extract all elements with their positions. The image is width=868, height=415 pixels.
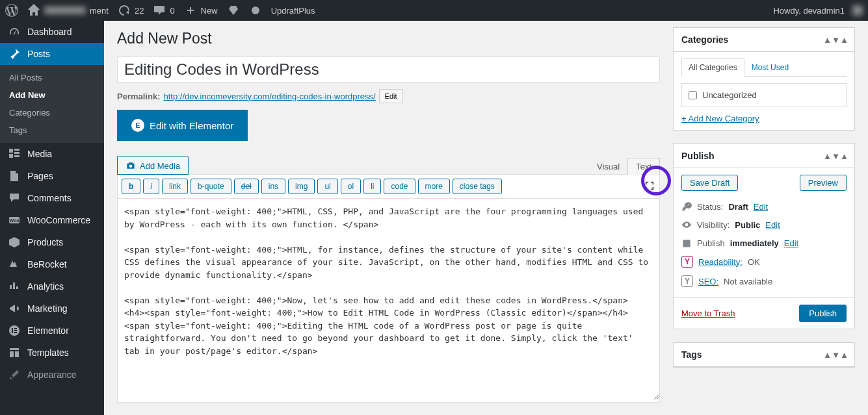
edit-visibility-link[interactable]: Edit — [765, 220, 780, 230]
publish-button[interactable]: Publish — [799, 305, 847, 322]
sidebar-label: Templates — [27, 347, 69, 358]
site-home[interactable]: Site Developmentment — [27, 0, 109, 21]
eye-icon — [681, 220, 692, 230]
visibility-label: Visibility: — [697, 220, 730, 230]
add-media-button[interactable]: Add Media — [117, 157, 189, 175]
submenu-categories[interactable]: Categories — [0, 104, 104, 121]
updates[interactable]: 22 — [118, 0, 144, 21]
panel-up-icon[interactable]: ▴ — [825, 349, 830, 360]
sidebar-label: Elementor — [27, 325, 69, 336]
panel-up-icon[interactable]: ▴ — [825, 151, 830, 161]
sidebar-item-dashboard[interactable]: Dashboard — [0, 21, 104, 43]
publish-title: Publish — [681, 151, 715, 161]
qt-more[interactable]: more — [418, 179, 450, 194]
panel-toggle-icon[interactable]: ▴ — [842, 151, 847, 161]
add-media-label: Add Media — [140, 161, 180, 171]
category-list: Uncategorized — [681, 83, 847, 107]
permalink-link[interactable]: http://dev.incomeversity.com/editing-cod… — [163, 92, 375, 101]
sidebar-item-posts[interactable]: Posts — [0, 43, 104, 65]
editor-tabs: Visual Text — [589, 158, 660, 175]
move-to-trash-link[interactable]: Move to Trash — [681, 308, 735, 318]
updates-count: 22 — [135, 6, 144, 16]
add-new-category-link[interactable]: + Add New Category — [681, 114, 759, 123]
qt-code[interactable]: code — [384, 179, 415, 194]
submenu-tags[interactable]: Tags — [0, 121, 104, 139]
sidebar-item-comments[interactable]: Comments — [0, 187, 104, 209]
sidebar-item-analytics[interactable]: Analytics — [0, 275, 104, 297]
pin-icon — [8, 47, 21, 60]
tab-visual[interactable]: Visual — [588, 158, 628, 175]
edit-publish-link[interactable]: Edit — [784, 238, 798, 248]
status-value: Draft — [728, 202, 748, 212]
seo-label[interactable]: SEO: — [698, 277, 718, 286]
permalink-row: Permalink: http://dev.incomeversity.com/… — [117, 89, 660, 103]
yoast-bar[interactable] — [227, 0, 240, 21]
wp-logo[interactable] — [5, 0, 18, 21]
sidebar-label: Posts — [27, 49, 50, 59]
submenu-all-posts[interactable]: All Posts — [0, 69, 104, 86]
edit-status-link[interactable]: Edit — [754, 202, 768, 212]
category-uncategorized[interactable]: Uncategorized — [689, 90, 839, 100]
categories-panel: Categories ▴▾▴ All Categories Most Used … — [673, 27, 855, 131]
site-name-blurred — [44, 6, 86, 14]
yoast-seo-icon: Y — [681, 275, 693, 287]
qt-bold[interactable]: b — [122, 179, 140, 194]
qt-bquote[interactable]: b-quote — [191, 179, 231, 194]
sidebar-item-appearance[interactable]: Appearance — [0, 364, 104, 386]
qt-close-tags[interactable]: close tags — [453, 179, 502, 194]
posts-submenu: All Posts Add New Categories Tags — [0, 65, 104, 143]
templates-icon — [8, 346, 21, 359]
qt-ul[interactable]: ul — [317, 179, 337, 194]
panel-toggle-icon[interactable]: ▴ — [842, 34, 847, 45]
sidebar-label: Comments — [27, 193, 72, 203]
tab-most-used[interactable]: Most Used — [744, 58, 796, 76]
new-label: New — [201, 6, 218, 16]
sidebar-item-berocket[interactable]: BeRocket — [0, 253, 104, 275]
qt-img[interactable]: img — [288, 179, 315, 194]
status-circle[interactable] — [249, 0, 262, 21]
qt-li[interactable]: li — [363, 179, 381, 194]
post-content-textarea[interactable] — [118, 199, 659, 400]
sidebar-item-pages[interactable]: Pages — [0, 165, 104, 187]
sidebar-item-media[interactable]: Media — [0, 143, 104, 165]
sidebar-label: Products — [27, 237, 63, 247]
post-title-input[interactable] — [117, 57, 660, 82]
sidebar-label: BeRocket — [27, 259, 67, 270]
sidebar-label: Marketing — [27, 303, 67, 314]
svg-rect-4 — [12, 328, 13, 333]
tab-all-categories[interactable]: All Categories — [681, 58, 744, 77]
sidebar-item-woocommerce[interactable]: WooWooCommerce — [0, 209, 104, 231]
sidebar-item-marketing[interactable]: Marketing — [0, 297, 104, 320]
qt-ins[interactable]: ins — [261, 179, 285, 194]
howdy-user[interactable]: Howdy, devadmin1 — [773, 0, 863, 21]
fullscreen-button[interactable] — [644, 180, 655, 194]
sidebar-item-products[interactable]: Products — [0, 231, 104, 253]
qt-link[interactable]: link — [162, 179, 188, 194]
comment-icon — [8, 192, 21, 205]
sidebar-item-templates[interactable]: Templates — [0, 342, 104, 364]
save-draft-button[interactable]: Save Draft — [681, 175, 738, 191]
tab-text[interactable]: Text — [627, 158, 660, 175]
qt-italic[interactable]: i — [143, 179, 159, 194]
qt-del[interactable]: del — [234, 179, 259, 194]
readability-label[interactable]: Readability: — [698, 257, 743, 267]
calendar-icon — [681, 238, 692, 248]
updraft-bar[interactable]: UpdraftPlus — [271, 0, 315, 21]
comments-bar[interactable]: 0 — [153, 0, 174, 21]
qt-ol[interactable]: ol — [341, 179, 361, 194]
submenu-add-new[interactable]: Add New — [0, 86, 104, 104]
berocket-icon — [8, 258, 21, 271]
category-checkbox[interactable] — [689, 91, 697, 99]
comment-icon — [153, 4, 166, 17]
panel-down-icon[interactable]: ▾ — [834, 34, 838, 45]
panel-up-icon[interactable]: ▴ — [825, 34, 830, 45]
sidebar-item-elementor[interactable]: Elementor — [0, 320, 104, 342]
edit-permalink-button[interactable]: Edit — [379, 89, 403, 103]
new-content[interactable]: New — [184, 0, 218, 21]
panel-down-icon[interactable]: ▾ — [834, 349, 838, 360]
panel-down-icon[interactable]: ▾ — [834, 151, 838, 161]
edit-with-elementor-button[interactable]: EEdit with Elementor — [117, 110, 248, 141]
tags-panel: Tags ▴▾▴ — [673, 342, 855, 368]
panel-toggle-icon[interactable]: ▴ — [842, 349, 847, 360]
preview-button[interactable]: Preview — [800, 175, 847, 191]
